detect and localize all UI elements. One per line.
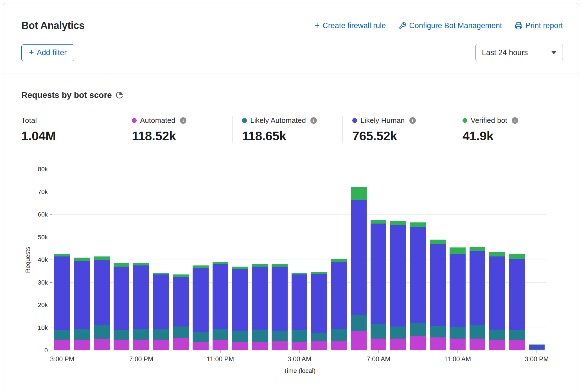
segment-automated — [213, 340, 228, 350]
stat-total: Total 1.04M — [21, 116, 122, 143]
print-report-link[interactable]: Print report — [515, 21, 563, 30]
segment-verified_bot — [450, 247, 465, 254]
segment-likely_automated — [213, 329, 228, 340]
legend-label: Likely Human — [360, 116, 405, 125]
bar-100pm[interactable] — [487, 169, 507, 350]
legend-value: 118.52k — [132, 129, 232, 143]
segment-likely_automated — [292, 330, 307, 342]
bar-600am[interactable] — [349, 169, 369, 350]
info-icon[interactable]: i — [310, 117, 317, 124]
bar-900am[interactable] — [408, 169, 428, 350]
create-firewall-rule-link[interactable]: + Create firewall rule — [314, 21, 386, 30]
info-icon[interactable]: i — [180, 117, 186, 124]
bar-1000am[interactable] — [428, 169, 448, 350]
bar-1100pm[interactable] — [211, 169, 230, 350]
segment-likely_human — [292, 274, 307, 330]
y-tick-mark — [50, 305, 52, 305]
bar-800pm[interactable] — [151, 169, 171, 350]
legend-verified_bot[interactable]: Verified boti41.9k — [453, 116, 563, 143]
segment-likely_automated — [114, 330, 129, 340]
bar-500pm[interactable] — [92, 169, 112, 350]
x-tick-label: 11:00 PM — [207, 355, 234, 363]
segment-likely_automated — [54, 330, 70, 340]
segment-likely_human — [470, 251, 485, 326]
x-axis-title: Time (local) — [52, 367, 547, 375]
x-tick-label: 3:00 PM — [50, 355, 74, 363]
segment-automated — [390, 339, 406, 350]
segment-automated — [292, 342, 307, 350]
bar-700am[interactable] — [369, 169, 388, 350]
legend-likely_human[interactable]: Likely Humani765.52k — [342, 116, 453, 143]
segment-likely_automated — [232, 331, 248, 342]
time-range-select[interactable]: Last 24 hours — [475, 44, 563, 61]
segment-automated — [193, 342, 208, 350]
segment-likely_automated — [371, 324, 386, 339]
bar-200am[interactable] — [270, 169, 289, 350]
pie-chart-icon — [116, 91, 123, 99]
segment-verified_bot — [94, 256, 110, 260]
bar-300pm[interactable] — [527, 169, 547, 350]
segment-verified_bot — [54, 254, 70, 256]
card-header: Bot Analytics + Create firewall rule Con… — [3, 3, 579, 61]
segment-automated — [252, 342, 268, 350]
segment-likely_automated — [331, 329, 347, 341]
segment-likely_human — [114, 267, 129, 330]
legend-likely_automated[interactable]: Likely Automatedi118.65k — [232, 116, 342, 143]
segment-likely_human — [94, 260, 110, 325]
bar-1200pm[interactable] — [468, 169, 487, 350]
bar-500am[interactable] — [329, 169, 349, 350]
segment-verified_bot — [470, 247, 485, 251]
segment-automated — [331, 341, 347, 350]
bar-400pm[interactable] — [72, 169, 92, 350]
y-tick-label: 40k — [38, 256, 48, 263]
x-tick-label: 3:00 AM — [288, 355, 311, 363]
bar-800am[interactable] — [388, 169, 408, 350]
y-tick-mark — [50, 237, 52, 237]
legend-value: 765.52k — [352, 129, 453, 143]
y-tick-mark — [50, 350, 52, 350]
configure-bot-management-link[interactable]: Configure Bot Management — [399, 21, 502, 30]
action-label: Print report — [525, 21, 563, 30]
bar-1200am[interactable] — [230, 169, 250, 350]
segment-likely_automated — [252, 330, 268, 342]
bar-1000pm[interactable] — [191, 169, 210, 350]
info-icon[interactable]: i — [512, 117, 518, 124]
x-tick-label: 7:00 PM — [129, 355, 154, 363]
bar-600pm[interactable] — [112, 169, 131, 350]
printer-icon — [515, 22, 522, 30]
segment-automated — [450, 339, 465, 350]
legend-dot — [463, 118, 467, 123]
segment-likely_automated — [351, 315, 367, 331]
segment-likely_human — [74, 261, 90, 329]
segment-automated — [410, 336, 426, 350]
segment-likely_human — [331, 262, 347, 329]
requests-chart: Requests 3:00 PM7:00 PM11:00 PM3:00 AM7:… — [21, 169, 563, 375]
info-icon[interactable]: i — [409, 117, 416, 124]
legend-dot — [132, 118, 137, 123]
segment-likely_human — [232, 269, 248, 331]
y-tick-mark — [50, 282, 52, 283]
y-tick-label: 20k — [38, 301, 48, 309]
bar-300am[interactable] — [290, 169, 309, 350]
bar-700pm[interactable] — [131, 169, 151, 350]
bar-900pm[interactable] — [171, 169, 191, 350]
segment-automated — [430, 337, 446, 350]
y-tick-mark — [50, 214, 52, 215]
bar-300pm[interactable] — [52, 169, 72, 350]
page-title: Bot Analytics — [21, 20, 85, 31]
segment-verified_bot — [351, 187, 367, 200]
segment-automated — [173, 338, 189, 350]
legend-automated[interactable]: Automatedi118.52k — [122, 116, 232, 143]
segment-verified_bot — [390, 221, 406, 225]
bar-1100am[interactable] — [448, 169, 467, 350]
bar-400am[interactable] — [309, 169, 329, 350]
y-tick-mark — [50, 192, 52, 192]
segment-likely_human — [371, 224, 386, 324]
segment-automated — [54, 340, 70, 350]
bar-100am[interactable] — [250, 169, 270, 350]
legend-label: Verified bot — [471, 116, 507, 125]
add-filter-button[interactable]: + Add filter — [21, 44, 74, 61]
bar-200pm[interactable] — [507, 169, 527, 350]
segment-likely_automated — [450, 327, 465, 339]
segment-likely_human — [489, 256, 505, 330]
